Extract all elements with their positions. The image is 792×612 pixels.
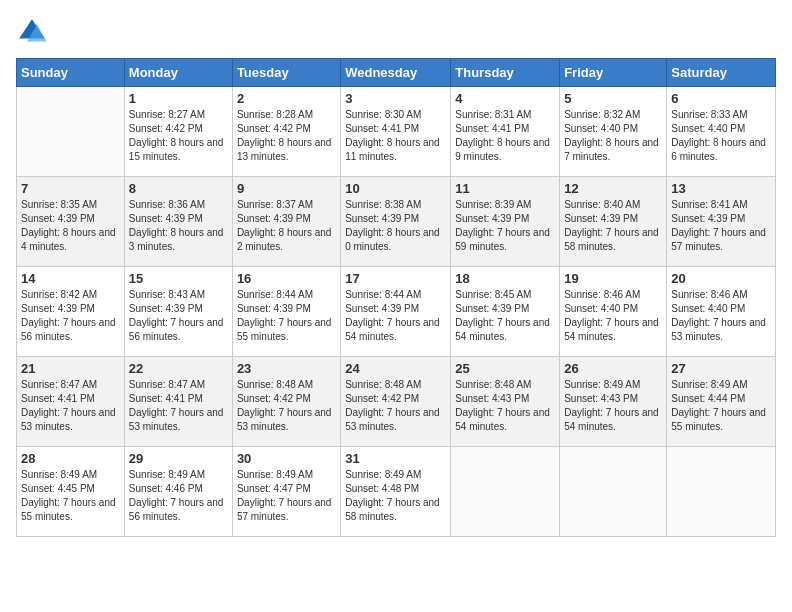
cell-content: Sunrise: 8:32 AMSunset: 4:40 PMDaylight:…: [564, 108, 662, 164]
weekday-header-saturday: Saturday: [667, 59, 776, 87]
cell-content: Sunrise: 8:49 AMSunset: 4:46 PMDaylight:…: [129, 468, 228, 524]
day-number: 26: [564, 361, 662, 376]
cell-content: Sunrise: 8:44 AMSunset: 4:39 PMDaylight:…: [237, 288, 336, 344]
calendar-cell: 7Sunrise: 8:35 AMSunset: 4:39 PMDaylight…: [17, 177, 125, 267]
cell-content: Sunrise: 8:48 AMSunset: 4:42 PMDaylight:…: [345, 378, 446, 434]
calendar-cell: 2Sunrise: 8:28 AMSunset: 4:42 PMDaylight…: [232, 87, 340, 177]
cell-content: Sunrise: 8:47 AMSunset: 4:41 PMDaylight:…: [21, 378, 120, 434]
calendar-cell: 26Sunrise: 8:49 AMSunset: 4:43 PMDayligh…: [560, 357, 667, 447]
calendar-cell: 27Sunrise: 8:49 AMSunset: 4:44 PMDayligh…: [667, 357, 776, 447]
cell-content: Sunrise: 8:40 AMSunset: 4:39 PMDaylight:…: [564, 198, 662, 254]
day-number: 1: [129, 91, 228, 106]
calendar-cell: 13Sunrise: 8:41 AMSunset: 4:39 PMDayligh…: [667, 177, 776, 267]
logo: [16, 16, 52, 48]
day-number: 21: [21, 361, 120, 376]
weekday-header-tuesday: Tuesday: [232, 59, 340, 87]
calendar-cell: [451, 447, 560, 537]
calendar-cell: 9Sunrise: 8:37 AMSunset: 4:39 PMDaylight…: [232, 177, 340, 267]
calendar-cell: [667, 447, 776, 537]
day-number: 20: [671, 271, 771, 286]
day-number: 16: [237, 271, 336, 286]
day-number: 5: [564, 91, 662, 106]
calendar-cell: 3Sunrise: 8:30 AMSunset: 4:41 PMDaylight…: [341, 87, 451, 177]
day-number: 24: [345, 361, 446, 376]
cell-content: Sunrise: 8:48 AMSunset: 4:43 PMDaylight:…: [455, 378, 555, 434]
cell-content: Sunrise: 8:46 AMSunset: 4:40 PMDaylight:…: [564, 288, 662, 344]
cell-content: Sunrise: 8:45 AMSunset: 4:39 PMDaylight:…: [455, 288, 555, 344]
day-number: 12: [564, 181, 662, 196]
calendar-cell: 4Sunrise: 8:31 AMSunset: 4:41 PMDaylight…: [451, 87, 560, 177]
calendar-cell: 14Sunrise: 8:42 AMSunset: 4:39 PMDayligh…: [17, 267, 125, 357]
weekday-header-friday: Friday: [560, 59, 667, 87]
day-number: 25: [455, 361, 555, 376]
cell-content: Sunrise: 8:35 AMSunset: 4:39 PMDaylight:…: [21, 198, 120, 254]
cell-content: Sunrise: 8:30 AMSunset: 4:41 PMDaylight:…: [345, 108, 446, 164]
calendar-cell: 15Sunrise: 8:43 AMSunset: 4:39 PMDayligh…: [124, 267, 232, 357]
cell-content: Sunrise: 8:49 AMSunset: 4:44 PMDaylight:…: [671, 378, 771, 434]
cell-content: Sunrise: 8:46 AMSunset: 4:40 PMDaylight:…: [671, 288, 771, 344]
calendar-cell: 8Sunrise: 8:36 AMSunset: 4:39 PMDaylight…: [124, 177, 232, 267]
day-number: 4: [455, 91, 555, 106]
page-header: [16, 16, 776, 48]
calendar-cell: 12Sunrise: 8:40 AMSunset: 4:39 PMDayligh…: [560, 177, 667, 267]
day-number: 30: [237, 451, 336, 466]
calendar-cell: 22Sunrise: 8:47 AMSunset: 4:41 PMDayligh…: [124, 357, 232, 447]
calendar-week-row: 14Sunrise: 8:42 AMSunset: 4:39 PMDayligh…: [17, 267, 776, 357]
calendar-week-row: 21Sunrise: 8:47 AMSunset: 4:41 PMDayligh…: [17, 357, 776, 447]
calendar-cell: 18Sunrise: 8:45 AMSunset: 4:39 PMDayligh…: [451, 267, 560, 357]
cell-content: Sunrise: 8:42 AMSunset: 4:39 PMDaylight:…: [21, 288, 120, 344]
day-number: 23: [237, 361, 336, 376]
weekday-header-row: SundayMondayTuesdayWednesdayThursdayFrid…: [17, 59, 776, 87]
logo-icon: [16, 16, 48, 48]
day-number: 14: [21, 271, 120, 286]
day-number: 15: [129, 271, 228, 286]
cell-content: Sunrise: 8:49 AMSunset: 4:45 PMDaylight:…: [21, 468, 120, 524]
calendar-cell: 19Sunrise: 8:46 AMSunset: 4:40 PMDayligh…: [560, 267, 667, 357]
calendar-week-row: 7Sunrise: 8:35 AMSunset: 4:39 PMDaylight…: [17, 177, 776, 267]
cell-content: Sunrise: 8:38 AMSunset: 4:39 PMDaylight:…: [345, 198, 446, 254]
calendar-cell: 6Sunrise: 8:33 AMSunset: 4:40 PMDaylight…: [667, 87, 776, 177]
day-number: 11: [455, 181, 555, 196]
cell-content: Sunrise: 8:37 AMSunset: 4:39 PMDaylight:…: [237, 198, 336, 254]
cell-content: Sunrise: 8:47 AMSunset: 4:41 PMDaylight:…: [129, 378, 228, 434]
weekday-header-thursday: Thursday: [451, 59, 560, 87]
cell-content: Sunrise: 8:27 AMSunset: 4:42 PMDaylight:…: [129, 108, 228, 164]
cell-content: Sunrise: 8:41 AMSunset: 4:39 PMDaylight:…: [671, 198, 771, 254]
day-number: 28: [21, 451, 120, 466]
calendar-cell: 29Sunrise: 8:49 AMSunset: 4:46 PMDayligh…: [124, 447, 232, 537]
day-number: 31: [345, 451, 446, 466]
day-number: 27: [671, 361, 771, 376]
cell-content: Sunrise: 8:33 AMSunset: 4:40 PMDaylight:…: [671, 108, 771, 164]
cell-content: Sunrise: 8:48 AMSunset: 4:42 PMDaylight:…: [237, 378, 336, 434]
day-number: 22: [129, 361, 228, 376]
day-number: 7: [21, 181, 120, 196]
calendar-cell: 25Sunrise: 8:48 AMSunset: 4:43 PMDayligh…: [451, 357, 560, 447]
calendar-cell: 31Sunrise: 8:49 AMSunset: 4:48 PMDayligh…: [341, 447, 451, 537]
calendar-cell: 30Sunrise: 8:49 AMSunset: 4:47 PMDayligh…: [232, 447, 340, 537]
calendar-cell: [17, 87, 125, 177]
cell-content: Sunrise: 8:28 AMSunset: 4:42 PMDaylight:…: [237, 108, 336, 164]
calendar-week-row: 1Sunrise: 8:27 AMSunset: 4:42 PMDaylight…: [17, 87, 776, 177]
day-number: 17: [345, 271, 446, 286]
calendar-cell: 24Sunrise: 8:48 AMSunset: 4:42 PMDayligh…: [341, 357, 451, 447]
cell-content: Sunrise: 8:49 AMSunset: 4:43 PMDaylight:…: [564, 378, 662, 434]
day-number: 10: [345, 181, 446, 196]
day-number: 18: [455, 271, 555, 286]
day-number: 2: [237, 91, 336, 106]
calendar-cell: 23Sunrise: 8:48 AMSunset: 4:42 PMDayligh…: [232, 357, 340, 447]
weekday-header-wednesday: Wednesday: [341, 59, 451, 87]
day-number: 29: [129, 451, 228, 466]
calendar-cell: 17Sunrise: 8:44 AMSunset: 4:39 PMDayligh…: [341, 267, 451, 357]
calendar-cell: 21Sunrise: 8:47 AMSunset: 4:41 PMDayligh…: [17, 357, 125, 447]
day-number: 6: [671, 91, 771, 106]
cell-content: Sunrise: 8:43 AMSunset: 4:39 PMDaylight:…: [129, 288, 228, 344]
cell-content: Sunrise: 8:39 AMSunset: 4:39 PMDaylight:…: [455, 198, 555, 254]
day-number: 13: [671, 181, 771, 196]
cell-content: Sunrise: 8:44 AMSunset: 4:39 PMDaylight:…: [345, 288, 446, 344]
calendar-cell: 1Sunrise: 8:27 AMSunset: 4:42 PMDaylight…: [124, 87, 232, 177]
calendar-cell: 11Sunrise: 8:39 AMSunset: 4:39 PMDayligh…: [451, 177, 560, 267]
calendar-cell: 5Sunrise: 8:32 AMSunset: 4:40 PMDaylight…: [560, 87, 667, 177]
calendar-cell: 10Sunrise: 8:38 AMSunset: 4:39 PMDayligh…: [341, 177, 451, 267]
day-number: 3: [345, 91, 446, 106]
calendar-cell: [560, 447, 667, 537]
